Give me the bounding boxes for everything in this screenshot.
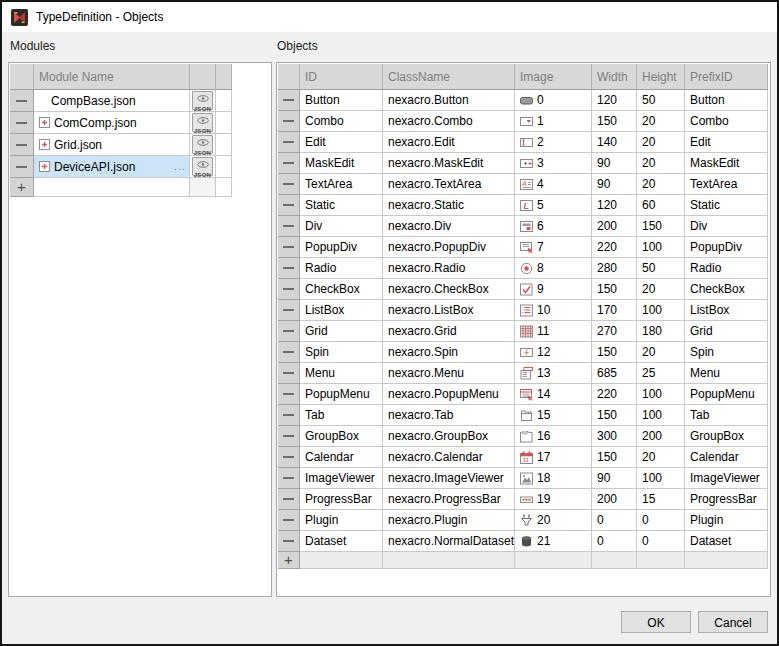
object-height-cell[interactable]: 0 bbox=[637, 531, 685, 552]
object-id-cell[interactable]: Calendar bbox=[300, 447, 383, 468]
object-prefixid-cell[interactable]: Tab bbox=[685, 405, 768, 426]
object-prefixid-cell[interactable]: Menu bbox=[685, 363, 768, 384]
object-id-cell[interactable]: ProgressBar bbox=[300, 489, 383, 510]
object-prefixid-cell[interactable]: Combo bbox=[685, 111, 768, 132]
object-id-cell[interactable]: Plugin bbox=[300, 510, 383, 531]
remove-module-row-button[interactable] bbox=[10, 156, 34, 178]
object-width-cell[interactable]: 300 bbox=[592, 426, 637, 447]
object-id-cell[interactable]: ListBox bbox=[300, 300, 383, 321]
remove-object-row-button[interactable] bbox=[278, 279, 300, 300]
remove-object-row-button[interactable] bbox=[278, 300, 300, 321]
remove-module-row-button[interactable] bbox=[10, 112, 34, 134]
remove-object-row-button[interactable] bbox=[278, 468, 300, 489]
object-width-cell[interactable]: 0 bbox=[592, 531, 637, 552]
object-image-cell[interactable]: 0 bbox=[515, 90, 592, 111]
object-width-cell[interactable]: 150 bbox=[592, 111, 637, 132]
object-image-cell[interactable]: 21 bbox=[515, 531, 592, 552]
object-classname-cell[interactable]: nexacro.ListBox bbox=[383, 300, 515, 321]
object-width-cell[interactable]: 170 bbox=[592, 300, 637, 321]
object-id-cell[interactable]: Dataset bbox=[300, 531, 383, 552]
object-prefixid-cell[interactable]: Button bbox=[685, 90, 768, 111]
object-id-cell[interactable]: MaskEdit bbox=[300, 153, 383, 174]
object-classname-cell[interactable]: nexacro.CheckBox bbox=[383, 279, 515, 300]
object-image-cell[interactable]: 12 bbox=[515, 342, 592, 363]
remove-object-row-button[interactable] bbox=[278, 132, 300, 153]
object-height-cell[interactable]: 100 bbox=[637, 384, 685, 405]
object-id-cell[interactable]: Radio bbox=[300, 258, 383, 279]
object-id-cell[interactable]: Div bbox=[300, 216, 383, 237]
object-image-cell[interactable]: 14 bbox=[515, 384, 592, 405]
object-height-cell[interactable]: 15 bbox=[637, 489, 685, 510]
object-width-cell[interactable]: 120 bbox=[592, 195, 637, 216]
object-id-cell[interactable]: GroupBox bbox=[300, 426, 383, 447]
object-classname-cell[interactable]: nexacro.ImageViewer bbox=[383, 468, 515, 489]
remove-object-row-button[interactable] bbox=[278, 153, 300, 174]
module-name-cell[interactable]: ComComp.json bbox=[34, 112, 190, 134]
remove-object-row-button[interactable] bbox=[278, 90, 300, 111]
object-classname-cell[interactable]: nexacro.Combo bbox=[383, 111, 515, 132]
object-image-cell[interactable]: 7 bbox=[515, 237, 592, 258]
object-height-cell[interactable]: 20 bbox=[637, 132, 685, 153]
remove-object-row-button[interactable] bbox=[278, 216, 300, 237]
object-prefixid-cell[interactable]: Edit bbox=[685, 132, 768, 153]
remove-object-row-button[interactable] bbox=[278, 321, 300, 342]
expand-icon[interactable] bbox=[39, 161, 50, 172]
object-height-cell[interactable]: 25 bbox=[637, 363, 685, 384]
object-prefixid-cell[interactable]: GroupBox bbox=[685, 426, 768, 447]
object-prefixid-cell[interactable]: TextArea bbox=[685, 174, 768, 195]
object-height-cell[interactable]: 50 bbox=[637, 90, 685, 111]
remove-object-row-button[interactable] bbox=[278, 258, 300, 279]
object-width-cell[interactable]: 220 bbox=[592, 384, 637, 405]
remove-module-row-button[interactable] bbox=[10, 90, 34, 112]
object-width-cell[interactable]: 140 bbox=[592, 132, 637, 153]
remove-object-row-button[interactable] bbox=[278, 237, 300, 258]
expand-icon[interactable] bbox=[39, 139, 50, 150]
object-id-cell[interactable]: Menu bbox=[300, 363, 383, 384]
object-prefixid-cell[interactable]: Dataset bbox=[685, 531, 768, 552]
object-height-cell[interactable]: 100 bbox=[637, 405, 685, 426]
object-classname-cell[interactable]: nexacro.Spin bbox=[383, 342, 515, 363]
object-classname-cell[interactable]: nexacro.Grid bbox=[383, 321, 515, 342]
object-image-cell[interactable]: 13 bbox=[515, 363, 592, 384]
object-classname-cell[interactable]: nexacro.NormalDataset bbox=[383, 531, 515, 552]
add-object-row-button[interactable]: + bbox=[278, 552, 300, 569]
object-classname-cell[interactable]: nexacro.GroupBox bbox=[383, 426, 515, 447]
module-name-cell[interactable]: CompBase.json bbox=[34, 90, 190, 112]
width-column-header[interactable]: Width bbox=[592, 64, 637, 90]
object-height-cell[interactable]: 60 bbox=[637, 195, 685, 216]
object-height-cell[interactable]: 150 bbox=[637, 216, 685, 237]
remove-object-row-button[interactable] bbox=[278, 531, 300, 552]
object-prefixid-cell[interactable]: ImageViewer bbox=[685, 468, 768, 489]
object-prefixid-cell[interactable]: Calendar bbox=[685, 447, 768, 468]
object-classname-cell[interactable]: nexacro.PopupDiv bbox=[383, 237, 515, 258]
object-height-cell[interactable]: 20 bbox=[637, 279, 685, 300]
module-name-empty-cell[interactable] bbox=[34, 178, 190, 197]
object-height-cell[interactable]: 200 bbox=[637, 426, 685, 447]
json-preview-button[interactable]: JSON bbox=[192, 91, 213, 110]
object-prefixid-cell[interactable]: Grid bbox=[685, 321, 768, 342]
json-preview-button[interactable]: JSON bbox=[192, 157, 213, 176]
image-column-header[interactable]: Image bbox=[515, 64, 592, 90]
object-id-cell[interactable]: Combo bbox=[300, 111, 383, 132]
object-prefixid-cell[interactable]: CheckBox bbox=[685, 279, 768, 300]
object-id-cell[interactable]: Tab bbox=[300, 405, 383, 426]
cancel-button[interactable]: Cancel bbox=[698, 611, 768, 633]
more-button[interactable]: ... bbox=[174, 161, 186, 172]
object-id-cell[interactable]: ImageViewer bbox=[300, 468, 383, 489]
object-id-cell[interactable]: PopupDiv bbox=[300, 237, 383, 258]
object-classname-cell[interactable]: nexacro.Static bbox=[383, 195, 515, 216]
object-prefixid-cell[interactable]: Static bbox=[685, 195, 768, 216]
remove-object-row-button[interactable] bbox=[278, 174, 300, 195]
object-image-cell[interactable]: 15 bbox=[515, 405, 592, 426]
remove-object-row-button[interactable] bbox=[278, 426, 300, 447]
object-height-cell[interactable]: 0 bbox=[637, 510, 685, 531]
object-prefixid-cell[interactable]: Radio bbox=[685, 258, 768, 279]
object-classname-cell[interactable]: nexacro.Tab bbox=[383, 405, 515, 426]
object-width-cell[interactable]: 270 bbox=[592, 321, 637, 342]
remove-object-row-button[interactable] bbox=[278, 363, 300, 384]
object-id-cell[interactable]: CheckBox bbox=[300, 279, 383, 300]
object-id-cell[interactable]: Spin bbox=[300, 342, 383, 363]
object-image-cell[interactable]: 9 bbox=[515, 279, 592, 300]
object-image-cell[interactable]: 8 bbox=[515, 258, 592, 279]
object-height-cell[interactable]: 50 bbox=[637, 258, 685, 279]
